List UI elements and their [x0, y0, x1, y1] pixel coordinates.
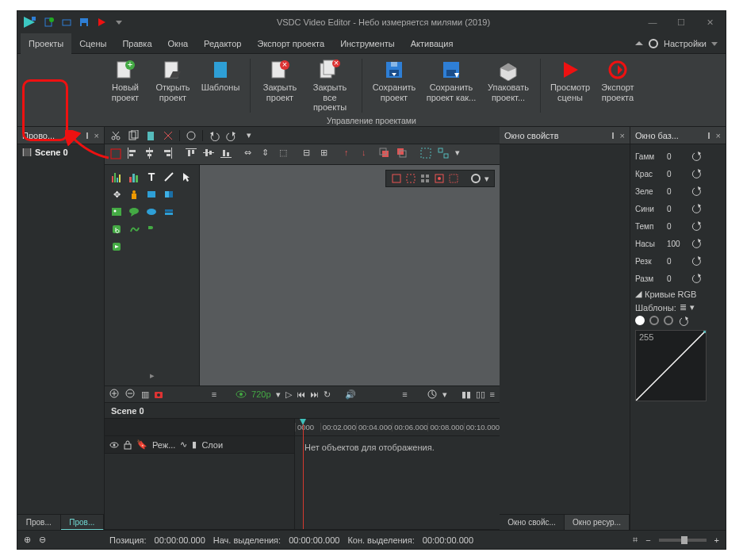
line-icon[interactable] [162, 170, 176, 184]
pack-project-button[interactable]: Упаковатьпроект... [484, 57, 532, 114]
tl-loop-icon[interactable]: ↻ [324, 389, 331, 400]
pointer-icon[interactable] [179, 170, 193, 184]
hist-dropdown-icon[interactable]: ▾ [442, 389, 447, 400]
freeform-icon[interactable] [127, 222, 141, 236]
lock-icon[interactable] [124, 440, 132, 450]
explorer-tab-1[interactable]: Пров... [17, 515, 61, 531]
markers-2-icon[interactable]: ▯▯ [476, 389, 485, 400]
align-left-icon[interactable] [127, 148, 141, 162]
arrow-down-icon[interactable]: ↓ [362, 148, 376, 162]
settings-label[interactable]: Настройки [664, 39, 707, 48]
close-project-button[interactable]: × Закрытьпроект [259, 57, 301, 114]
align-right-icon[interactable] [162, 148, 176, 162]
tab-scenes[interactable]: Сцены [71, 33, 114, 54]
cut-icon[interactable] [109, 129, 122, 142]
image-icon[interactable] [109, 205, 124, 219]
plus-icon[interactable]: + [714, 535, 719, 545]
close-icon[interactable]: × [716, 131, 721, 140]
rgb-curve[interactable]: 255 [635, 330, 707, 401]
save-as-button[interactable]: Сохранитьпроект как... [423, 57, 480, 114]
volume-icon[interactable]: 🔊 [345, 389, 356, 400]
qat-open-icon[interactable] [60, 16, 73, 29]
reset-icon[interactable] [691, 186, 702, 197]
tl-more-3-icon[interactable]: ≡ [490, 389, 495, 399]
preview-res-label[interactable]: 720p [251, 389, 270, 399]
scene-tree-item[interactable]: Scene 0 [22, 148, 99, 157]
same-height-icon[interactable]: ⇕ [262, 148, 276, 162]
qat-new-icon[interactable] [43, 16, 56, 29]
reset-icon[interactable] [691, 168, 702, 179]
tab-windows[interactable]: Окна [160, 33, 197, 54]
minus-icon[interactable]: − [645, 535, 650, 545]
tab-projects[interactable]: Проекты [21, 33, 71, 54]
ellipse-icon[interactable] [144, 205, 159, 219]
chart-icon[interactable] [127, 170, 141, 184]
align-top-icon[interactable] [186, 148, 200, 162]
align-center-icon[interactable] [144, 148, 159, 162]
sel-1-icon[interactable] [391, 173, 402, 184]
preview-canvas[interactable]: ▾ [200, 165, 500, 385]
bring-front-icon[interactable] [379, 148, 393, 162]
tab-export[interactable]: Экспорт проекта [249, 33, 332, 54]
open-project-button[interactable]: Открытьпроект [151, 57, 194, 114]
pin-icon[interactable] [705, 132, 713, 140]
tl-more-icon[interactable]: ≡ [212, 389, 216, 399]
fit-icon[interactable]: ▥ [141, 389, 149, 400]
group-icon[interactable] [420, 148, 435, 162]
sb-zoom-in-icon[interactable]: ⊕ [24, 535, 31, 545]
eq-icon[interactable] [109, 170, 124, 184]
templates-dropdown-icon[interactable]: ▾ [690, 302, 695, 313]
align-middle-icon[interactable] [203, 148, 217, 162]
ungroup-icon[interactable] [438, 148, 452, 162]
reset-icon[interactable] [691, 273, 702, 284]
tl-prev-icon[interactable]: ⏮ [297, 389, 305, 399]
collapse-ribbon-icon[interactable] [635, 40, 643, 48]
reset-icon[interactable] [691, 151, 702, 162]
gradient-icon[interactable] [162, 187, 176, 201]
camera-icon[interactable] [154, 389, 165, 399]
same-size-icon[interactable]: ⬚ [279, 148, 293, 162]
qat-dropdown-icon[interactable] [113, 16, 125, 29]
audio-icon[interactable] [109, 222, 124, 236]
dropdown-icon[interactable]: ▾ [243, 129, 255, 142]
tag-icon[interactable]: 🔖 [136, 439, 147, 450]
delete-icon[interactable] [162, 129, 174, 142]
tl-play-icon[interactable]: ▷ [285, 389, 292, 400]
canvas-gear-icon[interactable] [470, 173, 481, 184]
same-width-icon[interactable]: ⇔ [244, 148, 259, 162]
sel-3-icon[interactable] [434, 173, 445, 184]
dropdown-icon[interactable]: ▾ [455, 148, 469, 162]
save-project-button[interactable]: Сохранитьпроект [370, 57, 418, 114]
reset-icon[interactable] [691, 255, 702, 267]
center-h-icon[interactable]: ⊟ [303, 148, 317, 162]
record-icon[interactable] [185, 129, 197, 142]
sel-4-icon[interactable] [448, 173, 459, 184]
crop-icon[interactable]: ⌗ [633, 535, 638, 545]
pin-icon[interactable] [609, 132, 617, 140]
select-icon[interactable] [109, 148, 124, 162]
reset-icon[interactable] [691, 238, 702, 249]
props-tab-2[interactable]: Окно ресур... [565, 515, 630, 531]
tab-edit[interactable]: Правка [114, 33, 159, 54]
eye-icon[interactable] [236, 390, 247, 398]
stack-icon[interactable] [162, 205, 176, 219]
export-project-button[interactable]: Экспортпроекта [596, 57, 639, 114]
timeline-ruler[interactable]: 0000 00:02.000 00:04.000 00:06.000 00:08… [295, 419, 500, 436]
copy-icon[interactable] [127, 129, 140, 142]
person-icon[interactable] [127, 187, 141, 201]
zoom-out-icon[interactable] [125, 389, 136, 400]
redo-icon[interactable] [225, 129, 238, 142]
res-dropdown-icon[interactable]: ▾ [276, 389, 281, 400]
gear-icon[interactable] [648, 38, 659, 49]
explorer-tab-2[interactable]: Пров... [61, 515, 105, 531]
zoom-in-icon[interactable] [109, 389, 121, 400]
reset-icon[interactable] [691, 221, 702, 232]
settings-dropdown-icon[interactable] [711, 40, 718, 47]
channel-r[interactable] [649, 316, 659, 325]
track-icon[interactable]: ▮ [192, 439, 197, 450]
paste-icon[interactable] [144, 129, 157, 142]
close-button[interactable]: ✕ [699, 17, 721, 28]
puzzle-icon[interactable] [144, 222, 159, 236]
wave-icon[interactable]: ∿ [180, 439, 187, 450]
tab-tools[interactable]: Инструменты [332, 33, 403, 54]
